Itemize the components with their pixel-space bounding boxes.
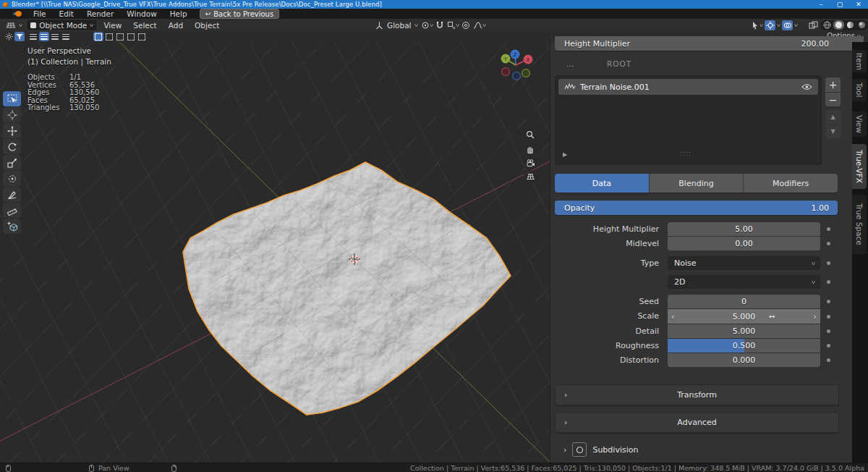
snap-target-dropdown[interactable]: ∨ xyxy=(447,20,459,30)
list-view-button-1[interactable] xyxy=(28,32,38,41)
layer-list-item[interactable]: Terrain Noise.001 xyxy=(558,79,818,95)
select-mode-intersect-button[interactable] xyxy=(137,32,147,41)
filter-button[interactable] xyxy=(14,32,25,41)
list-view-button-3[interactable] xyxy=(50,32,60,41)
minimize-button[interactable]: – xyxy=(812,0,830,9)
tool-measure[interactable] xyxy=(3,203,21,218)
menu-select[interactable]: Select xyxy=(127,21,162,30)
menu-help[interactable]: Help xyxy=(163,9,194,19)
tab-true-space[interactable]: True Space xyxy=(852,195,867,254)
select-mode-invert-button[interactable] xyxy=(126,32,136,41)
shading-solid-button[interactable] xyxy=(833,20,844,30)
dimension-dropdown[interactable]: 2D ∨ xyxy=(668,275,820,289)
decorator-dot[interactable] xyxy=(827,227,830,231)
tool-move[interactable] xyxy=(3,123,21,138)
pivot-point-dropdown[interactable]: ∨ xyxy=(421,20,433,30)
transform-panel-header[interactable]: › Transform xyxy=(555,384,839,405)
viewport-3d[interactable]: User Perspective (1) Collection | Terrai… xyxy=(0,42,550,463)
tool-add-cube[interactable] xyxy=(3,219,21,234)
tab-tool[interactable]: Tool xyxy=(852,79,867,101)
menu-render[interactable]: Render xyxy=(80,9,120,19)
camera-view-button[interactable] xyxy=(524,156,537,169)
perspective-toggle-button[interactable] xyxy=(524,170,537,183)
tab-item[interactable]: Item xyxy=(852,50,867,72)
decorator-dot[interactable] xyxy=(827,280,830,284)
tool-cursor[interactable] xyxy=(3,107,21,122)
shading-rendered-button[interactable] xyxy=(856,20,867,30)
falloff-dropdown[interactable]: ∨ xyxy=(473,20,486,30)
tool-scale[interactable] xyxy=(3,155,21,170)
remove-layer-button[interactable]: − xyxy=(825,93,841,106)
gizmos-toggle[interactable] xyxy=(765,20,775,30)
overlays-toggle[interactable] xyxy=(782,20,793,30)
add-layer-button[interactable]: + xyxy=(825,77,841,92)
tab-data[interactable]: Data xyxy=(555,174,650,193)
menu-add[interactable]: Add xyxy=(163,21,189,30)
axis-neg-x-ball[interactable] xyxy=(502,68,510,76)
pan-button[interactable] xyxy=(524,143,537,156)
tool-select-box[interactable] xyxy=(3,91,21,106)
navigation-gizmo[interactable]: Z Y X xyxy=(497,45,537,85)
roughness-slider[interactable]: 0.500 xyxy=(668,339,820,353)
select-mode-subtract-button[interactable] xyxy=(115,32,125,41)
object-visibility-dropdown[interactable]: ∨ xyxy=(751,20,763,30)
chevron-down-icon[interactable]: ∨ xyxy=(793,22,799,28)
decorator-dot[interactable] xyxy=(827,242,830,245)
editor-type-button[interactable]: ∨ xyxy=(2,20,26,30)
seed-field[interactable]: 0 xyxy=(668,295,820,308)
decrement-arrow[interactable]: ‹ xyxy=(671,312,674,321)
midlevel-field[interactable]: 0.00 xyxy=(668,237,820,250)
list-view-button-4[interactable] xyxy=(61,32,71,41)
chevron-down-icon[interactable]: ∨ xyxy=(776,22,781,28)
tab-modifiers[interactable]: Modifiers xyxy=(744,174,838,193)
snap-toggle[interactable] xyxy=(435,20,446,30)
height-multiplier-top-slider[interactable]: Height Multiplier 200.00 xyxy=(555,36,864,51)
decorator-dot[interactable] xyxy=(827,300,830,303)
advanced-panel-header[interactable]: › Advanced xyxy=(555,412,839,433)
height-multiplier-field[interactable]: 5.00 xyxy=(668,222,820,236)
type-dropdown[interactable]: Noise ∨ xyxy=(668,256,820,270)
maximize-button[interactable]: ▢ xyxy=(830,0,849,9)
tool-transform[interactable] xyxy=(3,171,21,186)
select-mode-new-button[interactable] xyxy=(93,32,103,41)
xray-toggle[interactable] xyxy=(808,20,819,30)
menu-window[interactable]: Window xyxy=(120,9,163,19)
decorator-dot[interactable] xyxy=(827,358,830,362)
tab-blending[interactable]: Blending xyxy=(650,174,744,193)
list-expand-arrow[interactable]: ▶ xyxy=(563,151,567,158)
terrain-mesh[interactable] xyxy=(183,162,511,415)
tool-annotate[interactable] xyxy=(3,187,21,202)
list-resize-grip[interactable]: :::: xyxy=(680,150,692,157)
os-titlebar[interactable]: Blender* [\\True NAS\Google_Drive_True V… xyxy=(0,0,868,9)
back-to-previous-button[interactable]: ↩ Back to Previous xyxy=(200,9,279,19)
decorator-dot[interactable] xyxy=(827,261,830,265)
proportional-edit-toggle[interactable] xyxy=(461,20,472,30)
select-mode-extend-button[interactable] xyxy=(104,32,114,41)
breadcrumb-dots[interactable]: ... xyxy=(566,59,574,69)
shading-wireframe-button[interactable] xyxy=(822,20,833,30)
menu-file[interactable]: File xyxy=(27,9,53,19)
close-button[interactable]: ✕ xyxy=(849,0,868,9)
zoom-button[interactable] xyxy=(524,128,537,141)
menu-object[interactable]: Object xyxy=(189,21,225,30)
orientation-dropdown[interactable]: Global ∨ xyxy=(386,20,420,30)
list-view-button-2[interactable] xyxy=(39,32,49,41)
opacity-slider[interactable]: Opacity 1.00 xyxy=(555,201,838,215)
shading-material-button[interactable] xyxy=(845,20,856,30)
move-layer-down-button[interactable]: ▼ xyxy=(825,125,841,138)
distortion-field[interactable]: 0.000 xyxy=(668,353,820,367)
decorator-dot[interactable] xyxy=(827,329,830,333)
breadcrumb-root[interactable]: ROOT xyxy=(607,59,631,68)
detail-field[interactable]: 5.000 xyxy=(668,324,820,338)
axis-neg-z-ball[interactable] xyxy=(513,72,521,80)
mode-dropdown[interactable]: Object Mode ∨ xyxy=(26,19,98,31)
tool-rotate[interactable] xyxy=(3,139,21,154)
increment-arrow[interactable]: › xyxy=(814,312,817,321)
blender-logo-icon[interactable] xyxy=(13,10,22,17)
axis-neg-y-ball[interactable] xyxy=(522,69,530,77)
tab-true-vfx[interactable]: True-VFX xyxy=(852,144,867,189)
layer-list[interactable]: Terrain Noise.001 ▶ :::: xyxy=(555,75,822,165)
eye-icon[interactable] xyxy=(801,83,812,90)
scale-field[interactable]: ‹ 5.000 ↔ › xyxy=(668,309,820,324)
menu-edit[interactable]: Edit xyxy=(53,9,80,19)
